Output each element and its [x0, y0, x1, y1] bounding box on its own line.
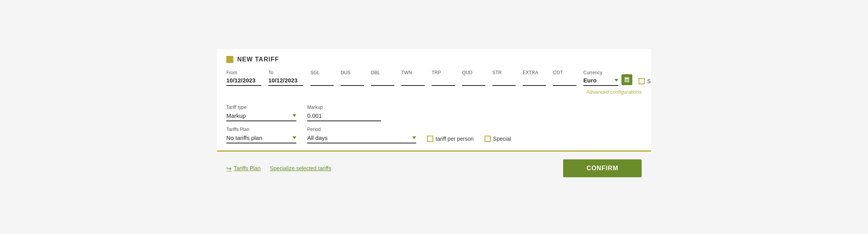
- specialize-tariffs-link-label: Specialize selected tariffs: [270, 165, 331, 171]
- advanced-configurations-link[interactable]: Advanced configurations: [586, 89, 642, 95]
- dus-label: DUS: [341, 70, 364, 75]
- trp-label: TRP: [432, 70, 455, 75]
- markup-label: Markup: [307, 105, 381, 110]
- period-field: Period All days: [307, 127, 416, 143]
- cot-value[interactable]: [553, 77, 576, 86]
- advanced-row: Advanced configurations: [226, 86, 642, 99]
- fields-row: From 10/12/2023 To 10/12/2023 SGL DUS DB…: [226, 70, 642, 86]
- tariffs-plan-dropdown-icon: [292, 136, 296, 139]
- extra-label: EXTRA: [523, 70, 546, 75]
- bottom-links: ↪ Tariffs Plan Specialize selected tarif…: [226, 165, 331, 172]
- svg-rect-1: [625, 78, 629, 79]
- from-value[interactable]: 10/12/2023: [226, 77, 261, 86]
- trp-value[interactable]: [432, 77, 455, 86]
- dbl-value[interactable]: [371, 77, 394, 86]
- sgl-value[interactable]: [310, 77, 334, 86]
- special-label: Special: [493, 136, 511, 142]
- currency-value: Euro: [583, 77, 613, 84]
- str-field: STR: [492, 70, 516, 86]
- top-panel: NEW TARIFF From 10/12/2023 To 10/12/2023…: [217, 49, 651, 152]
- third-row: Tariffs Plan No tariffs plan Period All …: [226, 127, 642, 143]
- to-value[interactable]: 10/12/2023: [268, 77, 303, 86]
- currency-label: Currency: [583, 70, 618, 75]
- str-value[interactable]: [492, 77, 516, 86]
- dus-field: DUS: [341, 70, 364, 86]
- second-row: Tariff type Markup Markup: [226, 105, 642, 121]
- dus-value[interactable]: [341, 77, 364, 86]
- svg-rect-2: [625, 80, 626, 80]
- tariffs-plan-select[interactable]: No tariffs plan: [226, 134, 296, 143]
- to-label: To: [268, 70, 303, 75]
- title-icon: [226, 56, 233, 63]
- tariff-per-person-checkbox[interactable]: [427, 136, 433, 142]
- currency-select[interactable]: Euro: [583, 77, 618, 86]
- tariffs-plan-value: No tariffs plan: [226, 134, 291, 141]
- special-group: Special: [485, 136, 511, 142]
- twn-value[interactable]: [401, 77, 425, 86]
- tariff-type-field: Tariff type Markup: [226, 105, 296, 121]
- tariffs-plan-label: Tariffs Plan: [226, 127, 296, 132]
- title-row: NEW TARIFF: [226, 56, 642, 63]
- period-label: Period: [307, 127, 416, 132]
- currency-select-wrap: Currency Euro: [583, 70, 618, 86]
- new-tariff-container: NEW TARIFF From 10/12/2023 To 10/12/2023…: [217, 49, 651, 185]
- twn-label: TWN: [401, 70, 425, 75]
- calculator-icon[interactable]: [621, 74, 632, 85]
- period-select[interactable]: All days: [307, 134, 416, 143]
- currency-row: Currency Euro: [583, 70, 651, 86]
- dbl-field: DBL: [371, 70, 394, 86]
- period-dropdown-icon: [412, 136, 416, 139]
- qud-field: QUD: [462, 70, 485, 86]
- qud-label: QUD: [462, 70, 485, 75]
- specialize-tariffs-link[interactable]: Specialize selected tariffs: [270, 165, 331, 171]
- tariff-type-label: Tariff type: [226, 105, 296, 110]
- trp-field: TRP: [432, 70, 455, 86]
- period-value: All days: [307, 134, 411, 141]
- page-title: NEW TARIFF: [237, 56, 279, 63]
- currency-dropdown-arrow-icon: [614, 79, 618, 82]
- from-label: From: [226, 70, 261, 75]
- svg-rect-3: [626, 80, 627, 80]
- svg-rect-6: [626, 81, 627, 82]
- special-checkbox[interactable]: [485, 136, 491, 142]
- tariffs-plan-link-icon: ↪: [226, 165, 231, 172]
- str-label: STR: [492, 70, 516, 75]
- extra-field: EXTRA: [523, 70, 546, 86]
- twn-field: TWN: [401, 70, 425, 86]
- split-label: Split: [647, 78, 651, 84]
- markup-input[interactable]: [307, 112, 381, 121]
- qud-value[interactable]: [462, 77, 485, 86]
- cot-field: COT: [553, 70, 576, 86]
- extra-value[interactable]: [523, 77, 546, 86]
- tariff-type-select[interactable]: Markup: [226, 112, 296, 121]
- tariffs-plan-link[interactable]: ↪ Tariffs Plan: [226, 165, 261, 172]
- tariff-per-person-label: tariff per person: [436, 136, 474, 142]
- to-field: To 10/12/2023: [268, 70, 303, 86]
- svg-rect-4: [628, 80, 629, 80]
- svg-rect-7: [628, 81, 629, 82]
- split-group: Split: [639, 78, 651, 84]
- tariff-type-value: Markup: [226, 112, 291, 119]
- sgl-field: SGL: [310, 70, 334, 86]
- from-field: From 10/12/2023: [226, 70, 261, 86]
- tariff-type-dropdown-icon: [292, 114, 296, 117]
- tariffs-plan-field: Tariffs Plan No tariffs plan: [226, 127, 296, 143]
- split-checkbox[interactable]: [639, 78, 645, 84]
- tariff-per-person-group: tariff per person: [427, 136, 474, 142]
- dbl-label: DBL: [371, 70, 394, 75]
- confirm-button[interactable]: CONFIRM: [563, 159, 642, 177]
- cot-label: COT: [553, 70, 576, 75]
- tariffs-plan-link-label: Tariffs Plan: [234, 165, 261, 171]
- markup-field: Markup: [307, 105, 381, 121]
- bottom-panel: ↪ Tariffs Plan Specialize selected tarif…: [217, 152, 651, 185]
- svg-rect-5: [625, 81, 626, 82]
- sgl-label: SGL: [310, 70, 334, 75]
